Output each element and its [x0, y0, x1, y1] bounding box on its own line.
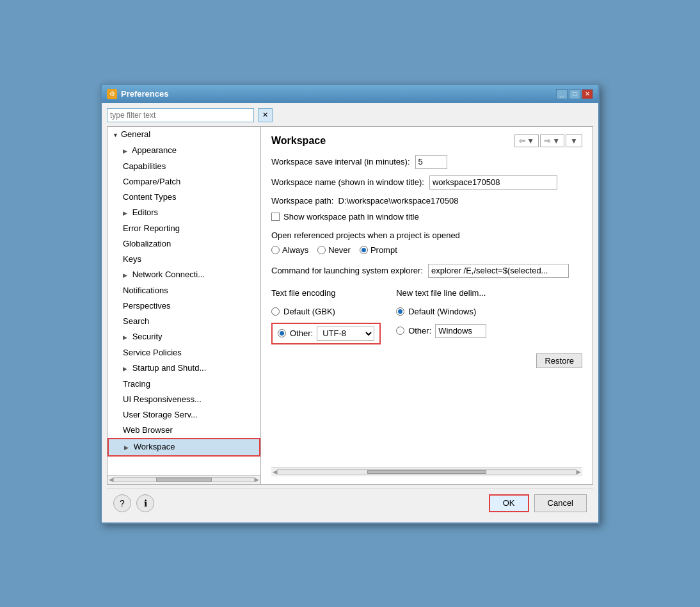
show-path-checkbox[interactable] [271, 213, 280, 221]
text-encoding-col: Text file encoding Default (GBK) Other: … [271, 288, 381, 344]
explorer-label: Command for launching system explorer: [271, 266, 423, 275]
sidebar-item-appearance[interactable]: ▶ Appearance [107, 143, 260, 159]
hscroll-right[interactable]: ▶ [255, 476, 259, 483]
right-panel: Workspace ⇦ ▼ ⇨ ▼ ▼ [261, 127, 593, 484]
sidebar-item-globalization[interactable]: Globalization [107, 236, 260, 252]
hscroll-left[interactable]: ◀ [109, 476, 113, 483]
sidebar-item-ui-responsiveness[interactable]: UI Responsiveness... [107, 392, 260, 407]
content-area: ✕ ▼General ▶ Appearance Capabilities [102, 103, 598, 522]
sidebar-item-editors[interactable]: ▶ Editors [107, 205, 260, 221]
sidebar-item-user-storage[interactable]: User Storage Serv... [107, 407, 260, 423]
sidebar-item-notifications[interactable]: Notifications [107, 283, 260, 298]
encoding-default-radio[interactable] [271, 307, 280, 316]
maximize-button[interactable]: □ [569, 89, 580, 99]
title-bar: ⚙ Preferences _ □ ✕ [102, 85, 598, 103]
arrow-security: ▶ [123, 331, 127, 344]
sidebar-item-workspace[interactable]: ▶ Workspace [107, 438, 260, 457]
newline-col: New text file line delim... Default (Win… [396, 288, 486, 339]
sidebar-item-startup-shutdown[interactable]: ▶ Startup and Shutd... [107, 360, 260, 376]
encoding-default-row: Default (GBK) [271, 305, 381, 318]
minimize-button[interactable]: _ [556, 89, 568, 99]
radio-always-circle[interactable] [271, 246, 280, 254]
window-controls: _ □ ✕ [556, 89, 593, 99]
sidebar-item-service-policies[interactable]: Service Policies [107, 345, 260, 360]
explorer-input[interactable] [428, 264, 569, 278]
sidebar-item-capabilities[interactable]: Capabilities [107, 159, 260, 174]
workspace-name-row: Workspace name (shown in window title): [271, 175, 582, 190]
tree-sidebar: ▼General ▶ Appearance Capabilities Compa… [107, 127, 261, 484]
sidebar-item-error-reporting[interactable]: Error Reporting [107, 221, 260, 236]
question-icon: ? [120, 498, 125, 508]
workspace-name-input[interactable] [429, 175, 557, 190]
newline-other-label: Other: [408, 326, 431, 336]
filter-input[interactable] [107, 108, 254, 122]
newline-default-radio[interactable] [396, 307, 404, 316]
sidebar-item-general[interactable]: ▼General [107, 127, 260, 143]
newline-other-row: Other: [396, 323, 486, 339]
cancel-button[interactable]: Cancel [534, 494, 587, 512]
right-hscroll[interactable]: ◀ ▶ [271, 467, 582, 476]
right-scroll-area[interactable]: Workspace save interval (in minutes): Wo… [271, 155, 582, 467]
radio-prompt[interactable]: Prompt [360, 245, 397, 255]
radio-prompt-label: Prompt [370, 245, 397, 255]
radio-never[interactable]: Never [317, 245, 351, 255]
encoding-other-radio[interactable] [278, 329, 286, 337]
back-button[interactable]: ⇦ ▼ [514, 134, 539, 147]
hscroll-track[interactable] [113, 477, 255, 482]
back-arrow-icon: ⇦ [519, 136, 525, 145]
right-hscroll-left[interactable]: ◀ [273, 469, 277, 475]
workspace-path-label: Workspace path: D:\workspace\workspace17… [271, 196, 458, 206]
info-icon: ℹ [144, 498, 147, 508]
filter-clear-button[interactable]: ✕ [258, 108, 273, 122]
bottom-left-buttons: ? ℹ [113, 494, 154, 512]
workspace-name-label: Workspace name (shown in window title): [271, 177, 424, 187]
info-button[interactable]: ℹ [136, 494, 154, 512]
forward-arrow-icon: ⇨ [545, 136, 551, 145]
sidebar-item-tracing[interactable]: Tracing [107, 376, 260, 392]
sidebar-item-security[interactable]: ▶ Security [107, 329, 260, 345]
show-path-label: Show workspace path in window title [283, 212, 419, 222]
radio-never-circle[interactable] [317, 246, 326, 254]
dialog-title: Preferences [121, 89, 552, 99]
right-hscroll-thumb[interactable] [367, 470, 486, 474]
ok-button[interactable]: OK [489, 494, 529, 512]
main-split: ▼General ▶ Appearance Capabilities Compa… [107, 126, 593, 485]
history-button[interactable]: ▼ [566, 134, 582, 147]
radio-always[interactable]: Always [271, 245, 308, 255]
back-dropdown-icon: ▼ [527, 136, 534, 145]
nav-buttons: ⇦ ▼ ⇨ ▼ ▼ [514, 134, 582, 147]
newline-default-label: Default (Windows) [408, 307, 476, 316]
workspace-path-value: D:\workspace\workspace170508 [338, 196, 459, 206]
sidebar-hscroll[interactable]: ◀ ▶ [107, 475, 260, 484]
newline-other-radio[interactable] [396, 327, 404, 335]
right-hscroll-right[interactable]: ▶ [577, 469, 581, 475]
sidebar-item-compare-patch[interactable]: Compare/Patch [107, 174, 260, 190]
save-interval-input[interactable] [415, 155, 447, 169]
open-projects-label: Open referenced projects when a project … [271, 231, 582, 240]
restore-row: Restore [271, 353, 582, 368]
sidebar-item-content-types[interactable]: Content Types [107, 190, 260, 205]
forward-dropdown-icon: ▼ [552, 136, 560, 145]
arrow-workspace: ▶ [124, 441, 129, 454]
restore-button[interactable]: Restore [536, 353, 582, 368]
tree-scroll[interactable]: ▼General ▶ Appearance Capabilities Compa… [107, 127, 260, 475]
sidebar-item-web-browser[interactable]: Web Browser [107, 423, 260, 438]
bottom-right-buttons: OK Cancel [489, 494, 587, 512]
newline-input[interactable] [435, 324, 486, 338]
encoding-default-label: Default (GBK) [283, 307, 335, 316]
dialog-icon: ⚙ [107, 89, 117, 99]
encoding-other-row: Other: UTF-8 UTF-16 ISO-8859-1 US-ASCII [271, 323, 381, 344]
forward-button[interactable]: ⇨ ▼ [540, 134, 564, 147]
sidebar-item-perspectives[interactable]: Perspectives [107, 298, 260, 314]
hscroll-thumb[interactable] [156, 478, 212, 482]
close-button[interactable]: ✕ [582, 89, 593, 99]
help-button[interactable]: ? [113, 494, 131, 512]
arrow-appearance: ▶ [123, 145, 127, 158]
radio-prompt-circle[interactable] [360, 246, 368, 254]
right-hscroll-track[interactable] [277, 469, 577, 474]
encoding-dropdown[interactable]: UTF-8 UTF-16 ISO-8859-1 US-ASCII [317, 327, 374, 341]
save-interval-row: Workspace save interval (in minutes): [271, 155, 582, 169]
sidebar-item-keys[interactable]: Keys [107, 252, 260, 267]
sidebar-item-search[interactable]: Search [107, 314, 260, 329]
sidebar-item-network-connections[interactable]: ▶ Network Connecti... [107, 267, 260, 283]
